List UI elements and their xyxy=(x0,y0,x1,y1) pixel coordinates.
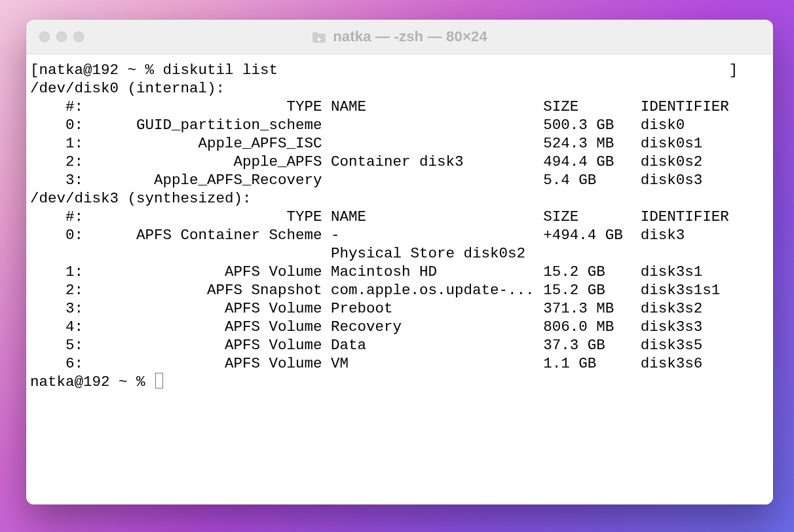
close-icon[interactable] xyxy=(39,31,50,42)
disk3-row: Physical Store disk0s2 xyxy=(30,244,769,263)
prompt-line: [natka@192 ~ % diskutil list ] xyxy=(30,61,769,79)
disk3-row: 1: APFS Volume Macintosh HD 15.2 GB disk… xyxy=(30,263,769,281)
disk0-row: 1: Apple_APFS_ISC 524.3 MB disk0s1 xyxy=(30,134,769,153)
minimize-icon[interactable] xyxy=(56,31,67,42)
terminal-body[interactable]: [natka@192 ~ % diskutil list ]/dev/disk0… xyxy=(26,54,773,504)
terminal-window: natka — -zsh — 80×24 [natka@192 ~ % disk… xyxy=(26,20,773,504)
svg-rect-0 xyxy=(312,33,326,43)
svg-rect-2 xyxy=(318,39,320,41)
disk0-device: /dev/disk0 (internal): xyxy=(30,79,769,98)
disk3-header: #: TYPE NAME SIZE IDENTIFIER xyxy=(30,208,769,226)
disk0-row: 2: Apple_APFS Container disk3 494.4 GB d… xyxy=(30,153,769,171)
disk3-row: 3: APFS Volume Preboot 371.3 MB disk3s2 xyxy=(30,299,769,318)
disk3-device: /dev/disk3 (synthesized): xyxy=(30,189,769,208)
prompt-line: natka@192 ~ % xyxy=(30,373,769,391)
titlebar[interactable]: natka — -zsh — 80×24 xyxy=(26,20,773,54)
disk0-row: 0: GUID_partition_scheme 500.3 GB disk0 xyxy=(30,116,769,134)
disk3-row: 2: APFS Snapshot com.apple.os.update-...… xyxy=(30,281,769,299)
home-folder-icon xyxy=(312,30,326,43)
window-controls xyxy=(39,31,84,42)
disk0-header: #: TYPE NAME SIZE IDENTIFIER xyxy=(30,98,769,116)
disk3-row: 6: APFS Volume VM 1.1 GB disk3s6 xyxy=(30,354,769,373)
disk3-row: 4: APFS Volume Recovery 806.0 MB disk3s3 xyxy=(30,318,769,336)
disk3-row: 0: APFS Container Scheme - +494.4 GB dis… xyxy=(30,226,769,244)
svg-rect-1 xyxy=(312,32,318,35)
cursor-icon xyxy=(155,373,163,389)
zoom-icon[interactable] xyxy=(73,31,84,42)
disk0-row: 3: Apple_APFS_Recovery 5.4 GB disk0s3 xyxy=(30,171,769,189)
window-title: natka — -zsh — 80×24 xyxy=(333,28,487,45)
disk3-row: 5: APFS Volume Data 37.3 GB disk3s5 xyxy=(30,336,769,354)
